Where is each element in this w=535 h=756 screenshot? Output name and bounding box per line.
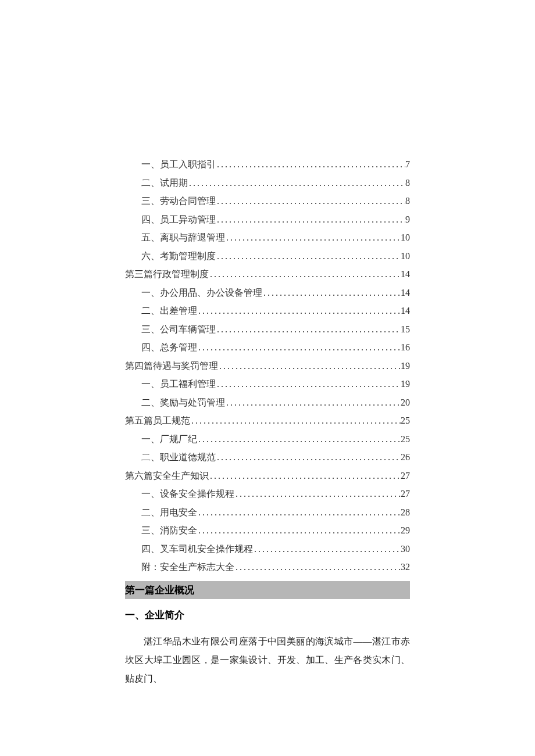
toc-entry: 三、公司车辆管理15 [125, 325, 410, 334]
toc-entry: 四、总务管理16 [125, 343, 410, 352]
toc-leader-dots [216, 252, 401, 261]
toc-entry-page: 14 [401, 288, 410, 298]
toc-leader-dots [209, 471, 401, 481]
toc-entry-page: 14 [401, 270, 410, 279]
toc-entry-page: 30 [401, 544, 410, 554]
toc-leader-dots [225, 398, 401, 407]
toc-entry: 一、厂规厂纪25 [125, 435, 410, 444]
toc-entry: 第五篇员工规范25 [125, 416, 410, 425]
toc-entry-label: 第六篇安全生产知识 [125, 471, 209, 481]
toc-entry-page: 14 [401, 306, 410, 316]
toc-entry-label: 附：安全生产标志大全 [141, 562, 234, 572]
toc-leader-dots [216, 160, 405, 169]
toc-entry-page: 27 [401, 489, 410, 499]
toc-entry-page: 27 [401, 471, 410, 481]
toc-leader-dots [216, 453, 401, 462]
toc-entry-page: 10 [401, 252, 410, 261]
toc-entry: 四、员工异动管理9 [125, 215, 410, 224]
toc-entry-page: 32 [401, 562, 410, 572]
toc-entry: 第三篇行政管理制度14 [125, 270, 410, 279]
toc-entry-label: 二、奖励与处罚管理 [141, 398, 225, 407]
toc-leader-dots [197, 343, 401, 352]
toc-entry-label: 第五篇员工规范 [125, 416, 190, 425]
toc-entry-label: 二、职业道德规范 [141, 453, 216, 462]
toc-leader-dots [197, 526, 401, 535]
toc-entry-label: 三、消防安全 [141, 526, 197, 535]
toc-leader-dots [216, 196, 405, 206]
toc-leader-dots [197, 508, 401, 517]
toc-entry: 五、离职与辞退管理10 [125, 233, 410, 242]
toc-entry-label: 一、设备安全操作规程 [141, 489, 234, 499]
toc-entry: 三、消防安全29 [125, 526, 410, 535]
toc-entry-page: 8 [405, 178, 410, 188]
toc-leader-dots [234, 489, 401, 499]
toc-entry-page: 8 [405, 196, 410, 206]
toc-entry-label: 一、厂规厂纪 [141, 435, 197, 444]
toc-entry: 一、设备安全操作规程27 [125, 489, 410, 499]
toc-leader-dots [218, 361, 401, 371]
toc-entry: 三、劳动合同管理8 [125, 196, 410, 206]
toc-entry-label: 三、劳动合同管理 [141, 196, 216, 206]
toc-entry-label: 四、叉车司机安全操作规程 [141, 544, 253, 554]
section-heading-bar: 第一篇企业概况 [125, 581, 410, 599]
toc-entry: 二、用电安全28 [125, 508, 410, 517]
toc-entry: 一、员工福利管理19 [125, 379, 410, 389]
toc-entry-page: 19 [401, 361, 410, 371]
toc-entry: 二、试用期8 [125, 178, 410, 188]
toc-leader-dots [216, 215, 405, 224]
toc-entry-label: 四、总务管理 [141, 343, 197, 352]
toc-entry-page: 28 [401, 508, 410, 517]
toc-entry-label: 第三篇行政管理制度 [125, 270, 209, 279]
toc-entry-page: 16 [401, 343, 410, 352]
toc-entry-label: 第四篇待遇与奖罚管理 [125, 361, 218, 371]
toc-entry-page: 25 [401, 435, 410, 444]
toc-entry-page: 7 [405, 160, 410, 169]
toc-entry-label: 一、员工入职指引 [141, 160, 216, 169]
toc-leader-dots [216, 379, 401, 389]
toc-leader-dots [209, 270, 401, 279]
toc-entry-label: 一、办公用品、办公设备管理 [141, 288, 262, 298]
toc-entry-label: 二、出差管理 [141, 306, 197, 316]
toc-entry-label: 三、公司车辆管理 [141, 325, 216, 334]
table-of-contents: 一、员工入职指引7二、试用期8三、劳动合同管理8四、员工异动管理9五、离职与辞退… [125, 160, 410, 572]
toc-entry: 二、奖励与处罚管理20 [125, 398, 410, 407]
toc-entry: 附：安全生产标志大全32 [125, 562, 410, 572]
toc-entry: 一、员工入职指引7 [125, 160, 410, 169]
toc-entry: 二、职业道德规范26 [125, 453, 410, 462]
toc-leader-dots [190, 416, 401, 425]
toc-leader-dots [188, 178, 405, 188]
toc-entry-label: 二、试用期 [141, 178, 188, 188]
toc-entry: 二、出差管理14 [125, 306, 410, 316]
toc-entry: 六、考勤管理制度10 [125, 252, 410, 261]
toc-leader-dots [262, 288, 401, 298]
toc-leader-dots [216, 325, 401, 334]
body-paragraph: 湛江华品木业有限公司座落于中国美丽的海滨城市——湛江市赤坎区大埠工业园区，是一家… [125, 632, 410, 688]
toc-entry-label: 六、考勤管理制度 [141, 252, 216, 261]
toc-leader-dots [197, 435, 401, 444]
toc-entry: 一、办公用品、办公设备管理14 [125, 288, 410, 298]
toc-leader-dots [253, 544, 401, 554]
toc-entry-label: 一、员工福利管理 [141, 379, 216, 389]
toc-entry-page: 29 [401, 526, 410, 535]
toc-entry-page: 19 [401, 379, 410, 389]
toc-entry-page: 26 [401, 453, 410, 462]
toc-entry: 四、叉车司机安全操作规程30 [125, 544, 410, 554]
toc-entry: 第四篇待遇与奖罚管理19 [125, 361, 410, 371]
toc-leader-dots [234, 562, 401, 572]
subsection-heading: 一、企业简介 [125, 608, 410, 622]
toc-entry-page: 10 [401, 233, 410, 242]
toc-entry-label: 二、用电安全 [141, 508, 197, 517]
toc-leader-dots [225, 233, 401, 242]
document-page: 一、员工入职指引7二、试用期8三、劳动合同管理8四、员工异动管理9五、离职与辞退… [125, 160, 410, 688]
toc-entry-page: 20 [401, 398, 410, 407]
toc-entry-page: 25 [401, 416, 410, 425]
toc-entry: 第六篇安全生产知识27 [125, 471, 410, 481]
toc-entry-page: 9 [405, 215, 410, 224]
toc-leader-dots [197, 306, 401, 316]
toc-entry-page: 15 [401, 325, 410, 334]
toc-entry-label: 四、员工异动管理 [141, 215, 216, 224]
toc-entry-label: 五、离职与辞退管理 [141, 233, 225, 242]
